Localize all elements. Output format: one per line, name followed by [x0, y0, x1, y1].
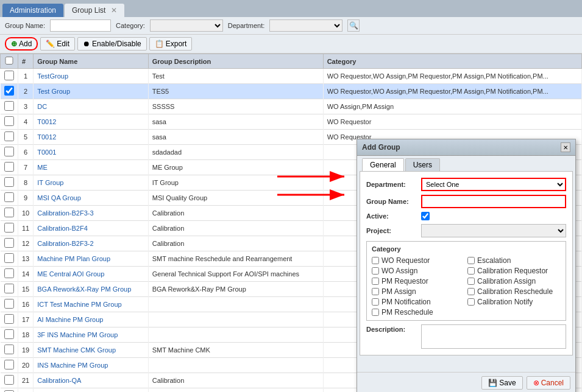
- row-checkbox[interactable]: [4, 131, 14, 141]
- row-description: Calibration: [148, 221, 323, 236]
- row-group-name[interactable]: DC: [34, 99, 148, 114]
- checkbox-pm-reschedule[interactable]: [372, 309, 379, 316]
- checkbox-calibration-reschedule[interactable]: [467, 288, 475, 295]
- row-checkbox[interactable]: [4, 238, 14, 248]
- edit-button[interactable]: ✏️ Edit: [40, 37, 75, 51]
- row-group-name[interactable]: MSI QA Group: [34, 191, 148, 206]
- export-button[interactable]: 📋 Export: [149, 37, 193, 51]
- description-textarea[interactable]: [421, 324, 566, 349]
- row-group-name[interactable]: 3F INS Machine PM Group: [34, 327, 148, 343]
- checkbox-pm-assign[interactable]: [372, 288, 379, 295]
- row-group-name[interactable]: IT Group: [34, 175, 148, 191]
- cancel-button[interactable]: ⊗ Cancel: [527, 376, 570, 390]
- row-group-name[interactable]: Calibration-B2F4: [34, 221, 148, 236]
- row-group-name[interactable]: INS Machine PM Group: [34, 358, 148, 373]
- checkbox-wo-requestor[interactable]: [372, 257, 379, 264]
- row-group-name[interactable]: Calibration-B2F3-2: [34, 236, 148, 251]
- row-group-name[interactable]: ME Central AOI Group: [34, 267, 148, 282]
- tab-group-list[interactable]: Group List ✕: [65, 4, 124, 17]
- department-filter-select[interactable]: [269, 19, 342, 32]
- row-description: IT Group: [148, 175, 323, 191]
- group-name-filter-input[interactable]: [50, 19, 111, 32]
- row-checkbox[interactable]: [4, 223, 14, 233]
- row-checkbox[interactable]: [4, 192, 14, 202]
- row-num: 16: [18, 297, 34, 312]
- checkbox-calibration-assign[interactable]: [467, 278, 475, 285]
- label-calibration-requestor: Calibration Requestor: [477, 267, 548, 275]
- active-checkbox[interactable]: [421, 212, 430, 220]
- row-checkbox[interactable]: [4, 284, 14, 293]
- category-item-pm-reschedule: PM Reschedule: [372, 308, 465, 317]
- row-num: 14: [18, 267, 34, 282]
- search-button[interactable]: 🔍: [347, 19, 360, 32]
- row-group-name[interactable]: T0012: [34, 114, 148, 130]
- row-group-name[interactable]: T0012: [34, 130, 148, 145]
- row-category: WO Assign,PM Assign: [323, 99, 581, 114]
- checkbox-pm-notification[interactable]: [372, 298, 379, 306]
- row-checkbox[interactable]: [4, 268, 14, 278]
- tab-administration[interactable]: Administration: [2, 4, 63, 17]
- row-group-name[interactable]: AI Machine PM Group: [34, 312, 148, 327]
- row-checkbox[interactable]: [4, 101, 14, 111]
- enable-disable-button[interactable]: ⏺ Enable/Disable: [77, 37, 147, 51]
- row-checkbox[interactable]: [4, 162, 14, 172]
- row-group-name[interactable]: BGA Rework&X-Ray PM Group: [34, 282, 148, 297]
- row-description: SMT machine Reschedule and Rearrangement: [148, 251, 323, 267]
- row-description: sasa: [148, 130, 323, 145]
- category-grid: WO Requestor Escalation WO Assign C: [372, 256, 561, 317]
- checkbox-wo-assign[interactable]: [372, 267, 379, 275]
- table-row[interactable]: 2 Test Group TES5 WO Requestor,WO Assign…: [1, 84, 582, 99]
- checkbox-calibration-requestor[interactable]: [467, 267, 475, 275]
- row-group-name[interactable]: Machine PM Plan Group: [34, 251, 148, 267]
- row-description: Calibration: [148, 388, 323, 393]
- row-checkbox[interactable]: [4, 314, 14, 324]
- row-checkbox[interactable]: [4, 299, 14, 309]
- row-checkbox[interactable]: [4, 116, 14, 126]
- select-all-checkbox[interactable]: [4, 57, 14, 65]
- table-row[interactable]: 1 TestGroup Test WO Requestor,WO Assign,…: [1, 69, 582, 84]
- table-row[interactable]: 3 DC SSSSS WO Assign,PM Assign: [1, 99, 582, 114]
- row-group-name[interactable]: Calibration-Outside: [34, 388, 148, 393]
- row-checkbox[interactable]: [4, 253, 14, 263]
- row-checkbox[interactable]: [4, 329, 14, 339]
- dialog-title: Add Group: [362, 143, 400, 152]
- department-row: Department: Select One: [366, 178, 566, 191]
- row-checkbox[interactable]: [4, 86, 14, 96]
- dialog-tab-general[interactable]: General: [362, 158, 404, 171]
- checkbox-calibration-notify[interactable]: [467, 298, 475, 306]
- row-num: 7: [18, 160, 34, 175]
- tab-close-icon[interactable]: ✕: [111, 6, 117, 15]
- tab-label: Group List: [72, 6, 105, 15]
- dialog-tab-users[interactable]: Users: [405, 158, 440, 171]
- row-checkbox[interactable]: [4, 360, 14, 369]
- checkbox-escalation[interactable]: [467, 257, 475, 264]
- row-group-name[interactable]: TestGroup: [34, 69, 148, 84]
- row-group-name[interactable]: Test Group: [34, 84, 148, 99]
- project-select[interactable]: [421, 224, 566, 237]
- table-row[interactable]: 4 T0012 sasa WO Requestor: [1, 114, 582, 130]
- row-group-name[interactable]: SMT Machine CMK Group: [34, 343, 148, 358]
- row-checkbox[interactable]: [4, 208, 14, 217]
- toggle-icon: ⏺: [83, 40, 90, 48]
- dialog-scroll-area[interactable]: Department: Select One Group Name: Activ…: [357, 171, 575, 372]
- row-group-name[interactable]: Calibration-B2F3-3: [34, 206, 148, 221]
- row-group-name[interactable]: ME: [34, 160, 148, 175]
- row-checkbox[interactable]: [4, 177, 14, 187]
- row-group-name[interactable]: T0001: [34, 145, 148, 160]
- save-button[interactable]: 💾 Save: [481, 376, 522, 390]
- row-checkbox[interactable]: [4, 375, 14, 385]
- add-button[interactable]: ⊕ Add: [5, 37, 38, 51]
- category-filter-select[interactable]: [150, 19, 223, 32]
- row-description: [148, 327, 323, 343]
- group-name-field-label: Group Name:: [366, 198, 421, 205]
- row-checkbox[interactable]: [4, 345, 14, 354]
- row-checkbox[interactable]: [4, 71, 14, 80]
- row-checkbox[interactable]: [4, 147, 14, 156]
- row-description: BGA Rework&X-Ray PM Group: [148, 282, 323, 297]
- department-select[interactable]: Select One: [421, 178, 566, 191]
- checkbox-pm-requestor[interactable]: [372, 278, 379, 285]
- group-name-input[interactable]: [421, 195, 566, 208]
- row-group-name[interactable]: ICT Test Machine PM Group: [34, 297, 148, 312]
- row-group-name[interactable]: Calibration-QA: [34, 373, 148, 388]
- dialog-close-button[interactable]: ✕: [561, 142, 570, 152]
